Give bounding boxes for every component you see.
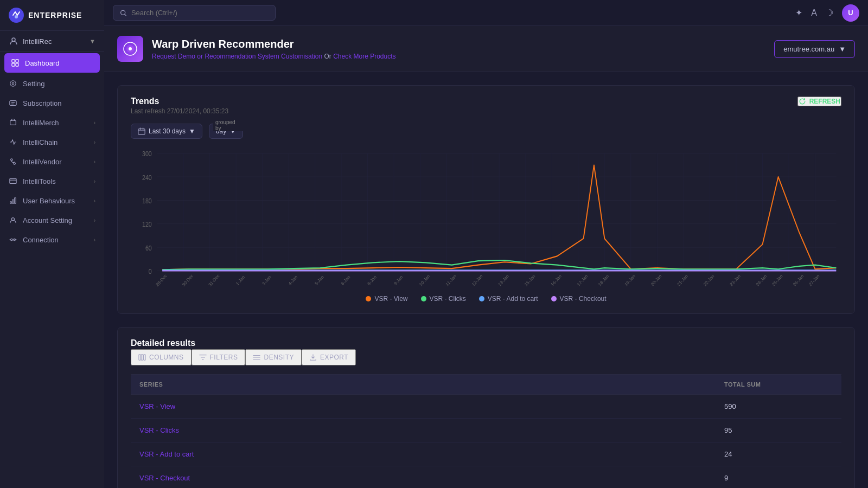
sidebar-item-intellichain[interactable]: IntelliChain › [0, 132, 104, 152]
table-header: SERIES TOTAL SUM [131, 375, 841, 395]
calendar-icon [138, 127, 145, 135]
svg-rect-9 [10, 101, 16, 106]
svg-text:3-Jan: 3-Jan [261, 274, 272, 286]
sidebar-icon-0 [11, 59, 20, 67]
legend-dot-2 [479, 296, 484, 301]
domain-selector[interactable]: emutree.com.au ▼ [774, 40, 855, 58]
col-total-sum-header: TOTAL SUM [724, 381, 833, 388]
svg-text:0: 0 [149, 268, 152, 275]
legend-label-2: VSR - Add to cart [488, 295, 538, 303]
columns-button[interactable]: COLUMNS [131, 349, 192, 365]
series-link-0[interactable]: VSR - View [139, 402, 724, 410]
sidebar-item-connection[interactable]: Connection › [0, 230, 104, 249]
sidebar-item-chevron-7: › [94, 198, 95, 204]
series-link-1[interactable]: VSR - Clicks [139, 426, 724, 434]
svg-text:31-Dec: 31-Dec [208, 273, 221, 287]
grid-icon[interactable]: ✦ [795, 8, 802, 18]
svg-text:20-Jan: 20-Jan [650, 273, 662, 287]
brand-name: ENTERPRISE [28, 11, 82, 20]
sidebar-item-intellitools[interactable]: IntelliTools › [0, 171, 104, 191]
sidebar-item-label-8: Account Setting [23, 216, 88, 224]
banner-logo [117, 36, 143, 62]
sidebar-item-account-setting[interactable]: Account Setting › [0, 210, 104, 230]
svg-text:21-Jan: 21-Jan [676, 273, 689, 287]
svg-point-8 [12, 82, 14, 85]
svg-text:10-Jan: 10-Jan [418, 273, 431, 287]
avatar[interactable]: U [842, 4, 859, 22]
density-button[interactable]: DENSITY [245, 349, 302, 365]
series-link-3[interactable]: VSR - Checkout [139, 474, 724, 482]
sidebar-item-setting[interactable]: Setting [0, 74, 104, 93]
demo-link[interactable]: Request Demo or Recommendation System Cu… [152, 53, 322, 60]
table-rows: VSR - View 590 VSR - Clicks 95 VSR - Add… [131, 395, 841, 488]
svg-rect-89 [139, 355, 141, 361]
total-sum-0: 590 [724, 402, 833, 410]
legend-label-3: VSR - Checkout [560, 295, 607, 303]
date-range-wrap: Last 30 days ▼ [131, 124, 202, 139]
svg-text:1-Jan: 1-Jan [235, 274, 246, 286]
legend-dot-3 [551, 296, 557, 301]
banner-links: Request Demo or Recommendation System Cu… [152, 53, 765, 60]
trends-chart: 0 60 120 180 240 300 [131, 147, 841, 288]
detailed-results-title: Detailed results [131, 338, 841, 348]
svg-rect-16 [15, 198, 16, 204]
sidebar-icon-2 [9, 99, 17, 107]
export-button[interactable]: EXPORT [302, 349, 356, 365]
table-row-1: VSR - Clicks 95 [131, 419, 841, 442]
svg-text:16-Jan: 16-Jan [550, 273, 563, 287]
filters-icon [199, 354, 207, 361]
sidebar: ENTERPRISE IntelliRec ▼ Dashboard Settin… [0, 0, 104, 488]
svg-point-2 [12, 38, 15, 41]
table-row-3: VSR - Checkout 9 [131, 466, 841, 488]
svg-point-1 [15, 15, 18, 18]
sidebar-item-user-behaviours[interactable]: User Behaviours › [0, 191, 104, 210]
table-row-2: VSR - Add to cart 24 [131, 442, 841, 466]
date-range-button[interactable]: Last 30 days ▼ [131, 124, 202, 139]
svg-rect-14 [10, 202, 12, 204]
svg-rect-3 [12, 60, 15, 62]
banner-info: Warp Driven Recommender Request Demo or … [152, 38, 765, 60]
series-link-2[interactable]: VSR - Add to cart [139, 450, 724, 458]
content-area: Trends Last refresh 27/01/2024, 00:35:23… [104, 72, 868, 488]
svg-text:18-Jan: 18-Jan [597, 273, 610, 287]
svg-text:5-Jan: 5-Jan [314, 274, 325, 286]
legend-item-0: VSR - View [366, 295, 407, 303]
sidebar-item-label-4: IntelliChain [23, 138, 88, 146]
svg-point-7 [10, 81, 16, 87]
legend-item-2: VSR - Add to cart [479, 295, 538, 303]
moon-icon[interactable]: ☽ [826, 8, 833, 18]
sidebar-item-subscription[interactable]: Subscription [0, 93, 104, 113]
refresh-button[interactable]: REFRESH [797, 97, 841, 106]
products-link[interactable]: Check More Products [333, 53, 395, 60]
filters-button[interactable]: FILTERS [192, 349, 246, 365]
detailed-results-section: Detailed results COLUMNS FILTERS [117, 327, 855, 488]
sidebar-item-label-3: IntelliMerch [23, 119, 88, 127]
search-input[interactable] [131, 9, 269, 17]
grouped-by-label-hint: grouped by [213, 119, 243, 131]
svg-rect-6 [16, 63, 18, 66]
chart-legend: VSR - View VSR - Clicks VSR - Add to car… [131, 295, 841, 303]
svg-text:180: 180 [142, 197, 152, 204]
sidebar-item-intellivendor[interactable]: IntelliVendor › [0, 152, 104, 171]
trends-controls: Last 30 days ▼ grouped by day ▼ [131, 124, 243, 139]
svg-text:27-Jan: 27-Jan [808, 273, 820, 287]
search-icon [120, 9, 127, 17]
sidebar-item-intellimerch[interactable]: IntelliMerch › [0, 113, 104, 132]
svg-text:60: 60 [145, 245, 152, 252]
svg-text:8-Jan: 8-Jan [367, 274, 378, 286]
trends-header: Trends Last refresh 27/01/2024, 00:35:23… [131, 97, 841, 139]
date-range-chevron: ▼ [189, 127, 195, 135]
org-selector[interactable]: IntelliRec ▼ [0, 31, 104, 52]
domain-label: emutree.com.au [783, 45, 834, 53]
sidebar-item-chevron-9: › [94, 237, 95, 243]
svg-point-12 [14, 163, 16, 165]
chart-svg: 0 60 120 180 240 300 [131, 147, 841, 288]
topnav-icons: ✦ A ☽ U [795, 4, 859, 22]
translate-icon[interactable]: A [811, 8, 817, 18]
sidebar-item-dashboard[interactable]: Dashboard [4, 53, 100, 73]
sidebar-header: ENTERPRISE [0, 0, 104, 31]
search-box[interactable] [113, 5, 276, 21]
legend-item-1: VSR - Clicks [421, 295, 466, 303]
sidebar-icon-7 [9, 196, 17, 205]
legend-label-0: VSR - View [374, 295, 407, 303]
